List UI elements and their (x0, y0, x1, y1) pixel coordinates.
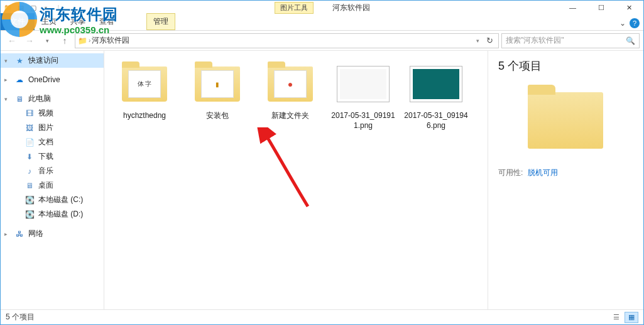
image-thumbnail (336, 60, 391, 109)
chevron-right-icon[interactable]: ▸ (4, 231, 8, 237)
status-bar: 5 个项目 ☰ ▦ (1, 309, 643, 324)
availability-label: 可用性: (498, 168, 523, 177)
sidebar-item-thispc[interactable]: ▾ 🖥 此电脑 (1, 92, 104, 106)
path-segment-current[interactable]: 河东软件园 (92, 35, 129, 46)
image-thumbnail (408, 60, 464, 109)
sidebar-item-drive-c[interactable]: 💽 本地磁盘 (C:) (1, 193, 104, 207)
sidebar-item-desktop[interactable]: 🖥 桌面 (1, 178, 104, 193)
view-mode-toggles: ☰ ▦ (609, 312, 638, 323)
folder-thumbnail: ● (263, 60, 318, 109)
details-pane: 5 个项目 可用性: 脱机可用 (488, 51, 643, 309)
film-icon: 🎞 (25, 109, 35, 119)
search-placeholder: 搜索"河东软件园" (506, 35, 564, 46)
drive-icon: 💽 (25, 195, 35, 205)
sidebar-item-music[interactable]: ♪ 音乐 (1, 164, 104, 178)
details-availability: 可用性: 脱机可用 (498, 168, 633, 178)
chevron-right-icon[interactable]: › (89, 37, 90, 44)
monitor-icon: 🖥 (14, 94, 25, 104)
sidebar-label: 本地磁盘 (C:) (38, 194, 83, 205)
sidebar-item-downloads[interactable]: ⬇ 下载 (1, 149, 104, 164)
view-details-button[interactable]: ☰ (609, 312, 623, 323)
music-icon: ♪ (25, 166, 35, 176)
drive-icon: 💽 (25, 210, 35, 220)
search-input[interactable]: 搜索"河东软件园" 🔍 (501, 33, 640, 48)
details-count: 5 个项目 (498, 58, 633, 73)
tab-view[interactable]: 查看 (92, 13, 121, 30)
tab-file[interactable]: 文件 (1, 13, 35, 30)
sidebar-item-documents[interactable]: 📄 文档 (1, 135, 104, 149)
sidebar-item-network[interactable]: ▸ 🖧 网络 (1, 226, 104, 241)
ribbon-expand-icon[interactable]: ⌄ (619, 19, 626, 28)
sidebar-label: 下载 (38, 151, 53, 162)
title-bar: 📁 ▤ ▢ ▾ | 图片工具 河东软件园 — ☐ ✕ (1, 1, 643, 14)
nav-recent-dropdown[interactable]: ▾ (40, 33, 55, 48)
sidebar-item-onedrive[interactable]: ▸ ☁ OneDrive (1, 73, 104, 87)
list-item[interactable]: 2017-05-31_091911.png (329, 60, 397, 131)
details-folder-icon (514, 82, 618, 157)
qat-properties-icon[interactable]: ▤ (15, 2, 26, 13)
sidebar-item-drive-d[interactable]: 💽 本地磁盘 (D:) (1, 207, 104, 221)
sidebar-label: 桌面 (38, 180, 53, 191)
address-path[interactable]: 📁 › 河东软件园 ▾ ↻ (75, 33, 499, 48)
file-list[interactable]: 体 字 hychzthedng ▮ 安装包 ● 新建文件夹 (104, 51, 488, 309)
tab-home[interactable]: 主页 (35, 13, 63, 30)
path-root-icon[interactable]: 📁 (78, 36, 87, 45)
maximize-button[interactable]: ☐ (587, 1, 615, 14)
list-item[interactable]: 2017-05-31_091946.png (402, 60, 470, 131)
window-title-group: 图片工具 河东软件园 (275, 2, 370, 14)
file-name: 2017-05-31_091911.png (329, 111, 397, 131)
view-icons-button[interactable]: ▦ (625, 312, 638, 323)
path-history-dropdown[interactable]: ▾ (476, 38, 479, 44)
body-area: ▾ ★ 快速访问 ▸ ☁ OneDrive ▾ 🖥 此电脑 🎞 视频 🖼 图片 … (1, 51, 643, 309)
annotation-arrow (256, 127, 313, 209)
sidebar-label: OneDrive (28, 75, 60, 84)
sidebar-label: 网络 (28, 228, 43, 239)
tab-manage[interactable]: 管理 (146, 13, 175, 30)
download-icon: ⬇ (25, 152, 35, 162)
file-name: 新建文件夹 (271, 111, 309, 121)
sidebar-label: 图片 (38, 122, 53, 133)
quick-access-toolbar: 📁 ▤ ▢ ▾ | (1, 2, 64, 13)
network-icon: 🖧 (14, 229, 25, 239)
qat-separator: | (53, 2, 64, 13)
cloud-icon: ☁ (14, 75, 25, 85)
sidebar-label: 快速访问 (28, 55, 58, 66)
content-area: 体 字 hychzthedng ▮ 安装包 ● 新建文件夹 (104, 51, 643, 309)
list-item[interactable]: 体 字 hychzthedng (111, 60, 178, 121)
folder-preview: ▮ (201, 70, 234, 98)
tab-share[interactable]: 共享 (63, 13, 92, 30)
star-icon: ★ (14, 56, 25, 66)
nav-up-button[interactable]: ↑ (57, 33, 72, 48)
file-name: 安装包 (206, 111, 229, 121)
chevron-right-icon[interactable]: ▸ (4, 77, 8, 83)
sidebar-item-pictures[interactable]: 🖼 图片 (1, 120, 104, 135)
nav-back-button[interactable]: ← (4, 33, 19, 48)
sidebar-label: 此电脑 (28, 93, 51, 104)
sidebar-item-quickaccess[interactable]: ▾ ★ 快速访问 (1, 53, 104, 68)
window-controls: — ☐ ✕ (559, 1, 643, 14)
search-icon[interactable]: 🔍 (626, 36, 635, 45)
refresh-button[interactable]: ↻ (481, 36, 496, 45)
folder-thumbnail: 体 字 (117, 60, 172, 109)
window-title: 河东软件园 (332, 3, 370, 13)
help-icon[interactable]: ? (630, 18, 640, 28)
document-icon: 📄 (25, 137, 35, 147)
list-item[interactable]: ▮ 安装包 (183, 60, 251, 121)
minimize-button[interactable]: — (559, 1, 587, 14)
qat-dropdown-icon[interactable]: ▾ (40, 2, 52, 13)
folder-app-icon: 📁 (3, 2, 14, 13)
nav-forward-button[interactable]: → (22, 33, 37, 48)
ribbon-tabs: 文件 主页 共享 查看 管理 ⌄ ? (1, 14, 643, 31)
qat-newfolder-icon[interactable]: ▢ (28, 2, 39, 13)
list-item[interactable]: ● 新建文件夹 (256, 60, 324, 121)
sidebar-label: 音乐 (38, 166, 53, 176)
folder-preview: ● (274, 70, 307, 98)
sidebar-label: 文档 (38, 137, 53, 147)
chevron-down-icon[interactable]: ▾ (4, 58, 8, 64)
sidebar-item-videos[interactable]: 🎞 视频 (1, 106, 104, 120)
close-button[interactable]: ✕ (615, 1, 643, 14)
status-count: 5 个项目 (6, 312, 35, 322)
chevron-down-icon[interactable]: ▾ (4, 96, 8, 102)
image-icon: 🖼 (25, 123, 35, 133)
file-name: hychzthedng (123, 111, 166, 121)
